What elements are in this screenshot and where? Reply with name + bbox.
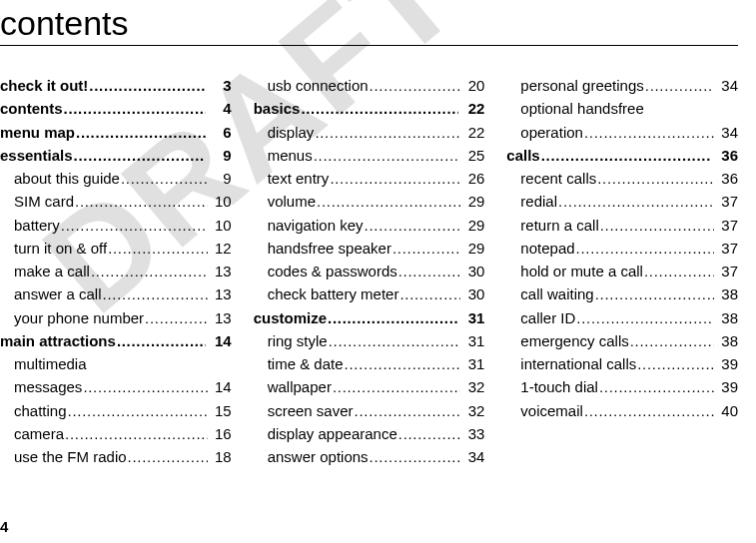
label: redial [520, 190, 557, 213]
leader-dots [398, 282, 460, 305]
leader-dots [329, 167, 460, 190]
label: turn it on & off [14, 237, 107, 260]
label: check battery meter [268, 282, 399, 305]
label: volume [268, 190, 316, 213]
toc-section: menu map6 [0, 121, 232, 144]
label: voicemail [520, 399, 583, 422]
leader-dots [90, 260, 208, 282]
leader-dots [575, 306, 714, 329]
label: caller ID [520, 306, 575, 329]
label: international calls [520, 352, 636, 375]
toc-section: check it out!3 [0, 74, 232, 97]
label: navigation key [268, 214, 364, 237]
leader-dots [557, 190, 714, 213]
page-ref: 10 [208, 190, 232, 213]
page-ref: 31 [460, 329, 484, 352]
leader-dots [327, 306, 458, 329]
label: handsfree speaker [268, 237, 391, 260]
leader-dots [316, 190, 460, 213]
label: basics [254, 97, 301, 120]
leader-dots [599, 214, 714, 237]
page-ref: 34 [460, 445, 484, 468]
leader-dots [60, 214, 208, 237]
page-ref: 16 [208, 422, 232, 445]
leader-dots [64, 422, 208, 445]
label: call waiting [520, 282, 593, 305]
page-ref: 31 [458, 306, 484, 329]
toc-item: your phone number13 [0, 306, 232, 329]
label: screen saver [268, 399, 354, 422]
leader-dots [369, 445, 461, 468]
leader-dots [102, 282, 208, 305]
label: menus [268, 144, 313, 167]
page-ref: 34 [714, 121, 738, 144]
toc-item-wrap1: optional handsfree [506, 97, 738, 120]
page-content: contents check it out!3 contents4 menu m… [0, 0, 756, 543]
leader-dots [397, 260, 461, 282]
toc-item: answer options34 [254, 445, 485, 468]
toc-item: battery10 [0, 214, 232, 237]
page-ref: 13 [208, 306, 232, 329]
label: calls [506, 144, 539, 167]
leader-dots [82, 375, 207, 398]
page-ref: 15 [208, 399, 232, 422]
page-ref: 30 [460, 282, 484, 305]
toc-item: usb connection20 [254, 74, 485, 97]
page-ref: 38 [714, 329, 738, 352]
label: 1-touch dial [520, 375, 598, 398]
leader-dots [364, 214, 461, 237]
toc-item: caller ID38 [506, 306, 738, 329]
leader-dots [300, 97, 458, 120]
toc-item: display appearance33 [254, 422, 485, 445]
page-ref: 26 [460, 167, 484, 190]
page-ref: 29 [460, 237, 484, 260]
leader-dots [643, 260, 714, 282]
label: usb connection [268, 74, 369, 97]
label: answer options [268, 445, 369, 468]
toc-item-wrap1: multimedia [0, 352, 232, 375]
toc-item: redial37 [506, 190, 738, 213]
page-ref: 14 [206, 329, 232, 352]
label: contents [0, 97, 63, 120]
page-ref: 4 [206, 97, 232, 120]
leader-dots [144, 306, 208, 329]
page-ref: 32 [460, 399, 484, 422]
leader-dots [540, 144, 712, 167]
leader-dots [67, 399, 208, 422]
label: SIM card [14, 190, 74, 213]
page-title: contents [0, 4, 738, 46]
toc-item-wrap2: messages14 [0, 375, 232, 398]
toc-item: menus25 [254, 144, 485, 167]
page-ref: 38 [714, 306, 738, 329]
page-ref: 39 [714, 375, 738, 398]
leader-dots [127, 445, 208, 468]
toc-item: use the FM radio18 [0, 445, 232, 468]
leader-dots [596, 167, 714, 190]
label: main attractions [0, 329, 116, 352]
toc-item: about this guide9 [0, 167, 232, 190]
toc-item: answer a call13 [0, 282, 232, 305]
leader-dots [594, 282, 714, 305]
label: hold or mute a call [520, 260, 643, 282]
leader-dots [313, 144, 461, 167]
label: make a call [14, 260, 90, 282]
page-ref: 20 [460, 74, 484, 97]
page-ref: 39 [714, 352, 738, 375]
page-ref: 36 [714, 167, 738, 190]
toc-item: make a call13 [0, 260, 232, 282]
page-ref: 10 [208, 214, 232, 237]
page-ref: 37 [714, 190, 738, 213]
page-ref: 25 [460, 144, 484, 167]
toc-item: wallpaper32 [254, 375, 485, 398]
page-ref: 22 [458, 97, 484, 120]
toc-item: handsfree speaker29 [254, 237, 485, 260]
leader-dots [74, 190, 208, 213]
leader-dots [391, 237, 460, 260]
toc-column-3: personal greetings34 optional handsfree … [506, 74, 738, 468]
leader-dots [88, 74, 205, 97]
leader-dots [575, 237, 714, 260]
toc-item: international calls39 [506, 352, 738, 375]
label: battery [14, 214, 60, 237]
page-ref: 18 [208, 445, 232, 468]
leader-dots [397, 422, 461, 445]
